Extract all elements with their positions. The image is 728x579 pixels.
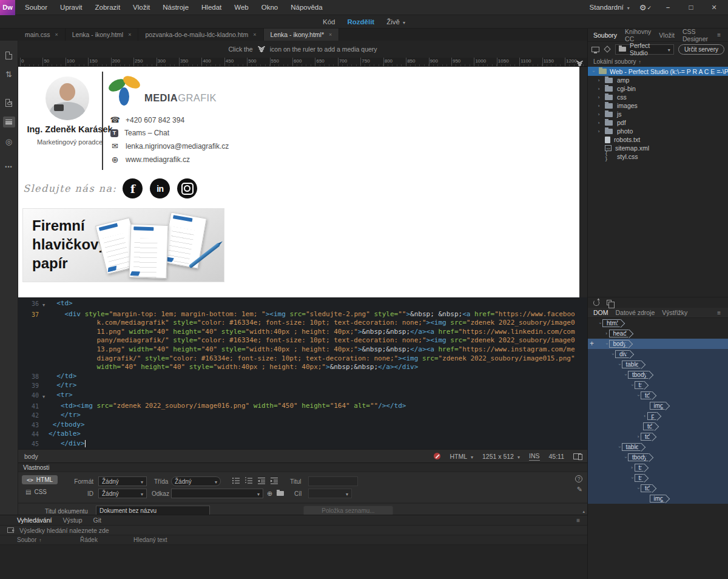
chevron-down-icon[interactable] <box>591 69 596 74</box>
file-tree-item[interactable]: js <box>588 110 728 118</box>
server-view-icon[interactable] <box>592 47 599 52</box>
dom-node[interactable]: table <box>588 442 728 452</box>
dom-node[interactable]: p <box>588 411 728 421</box>
avatar[interactable] <box>46 76 89 120</box>
close-tab-icon[interactable] <box>253 32 256 38</box>
close-tab-icon[interactable] <box>128 32 131 38</box>
dom-tag-flag[interactable]: tr <box>635 464 645 472</box>
search-panel-tab[interactable]: Výstup <box>62 516 82 524</box>
chevron-right-icon[interactable] <box>596 78 601 83</box>
file-tree-item[interactable]: cgi-bin <box>588 84 728 93</box>
sidebar-tab[interactable]: Vložit <box>659 32 675 39</box>
code-line[interactable]: 41 <td><img src="zdenek 2022_soubory/ima… <box>18 402 587 411</box>
chevron-right-icon[interactable] <box>596 120 601 126</box>
dom-tag-flag[interactable]: tbody <box>628 453 649 461</box>
menu-item[interactable]: Nápověda <box>291 4 322 11</box>
code-line[interactable]: 45 </div> <box>18 439 587 449</box>
file-tree-item[interactable]: pdf <box>588 118 728 127</box>
unordered-list-icon[interactable] <box>232 477 240 484</box>
open-documents-icon[interactable] <box>4 50 15 60</box>
code-editor[interactable]: 36▼ <td>37 <div style="margin-top: 1em; … <box>18 297 587 449</box>
sort-arrows-icon[interactable] <box>4 69 15 79</box>
get-put-files-icon[interactable] <box>607 300 612 305</box>
chevron-right-icon[interactable] <box>596 112 601 117</box>
code-line[interactable]: 38 </td> <box>18 372 587 382</box>
split-view-button[interactable]: Rozdělit <box>347 18 374 25</box>
design-view[interactable]: Ing. Zdeněk Karásek Marketingový poradce… <box>18 67 579 297</box>
title-input[interactable] <box>308 476 358 486</box>
file-tree-item[interactable]: photo <box>588 127 728 135</box>
refresh-icon[interactable] <box>593 300 599 306</box>
site-select[interactable]: Perfect Studio <box>615 44 674 55</box>
id-select[interactable]: Žádný <box>98 489 147 498</box>
define-servers-button[interactable]: Určit servery <box>678 44 724 55</box>
dom-tag-flag[interactable]: table <box>622 443 642 451</box>
menu-item[interactable]: Web <box>234 4 248 11</box>
dom-tag-flag[interactable]: table <box>622 361 642 368</box>
dom-tag-flag[interactable]: head <box>609 330 629 337</box>
close-tab-icon[interactable] <box>55 32 58 38</box>
file-tree-item[interactable]: css <box>588 93 728 101</box>
document-tab[interactable]: Lenka - ikony.html* <box>264 29 340 41</box>
file-tree-item[interactable]: robots.txt <box>588 135 728 144</box>
menu-item[interactable]: Nástroje <box>163 4 189 11</box>
dom-tag-flag[interactable]: img <box>650 402 666 410</box>
local-files-header[interactable]: Lokální soubory <box>588 56 728 67</box>
chevron-right-icon[interactable] <box>596 103 601 109</box>
search-panel-tab[interactable]: Git <box>93 516 101 524</box>
document-tab[interactable]: Lenka - ikony.html <box>66 29 139 41</box>
code-fold-icon[interactable]: ▼ <box>39 299 49 310</box>
dom-tag-flag[interactable]: td <box>643 422 655 430</box>
indent-icon[interactable] <box>270 477 278 484</box>
column-file[interactable]: Soubor <box>0 537 80 543</box>
sidebar-tab[interactable]: Soubory <box>593 32 617 39</box>
collapse-panel-icon[interactable] <box>582 509 585 514</box>
dom-tag-flag[interactable]: td <box>641 391 652 399</box>
css-mode-button[interactable]: CSS <box>25 489 47 495</box>
doc-title-input[interactable] <box>96 506 210 515</box>
dom-panel-tab[interactable]: DOM <box>593 309 608 316</box>
dom-add-element-button[interactable]: + <box>590 339 594 348</box>
menu-item[interactable]: Vložit <box>133 4 150 11</box>
social-icon[interactable] <box>150 178 170 198</box>
point-to-file-icon[interactable]: ⊕ <box>267 490 272 498</box>
dom-node[interactable]: html <box>588 318 728 328</box>
ordered-list-icon[interactable] <box>244 477 253 484</box>
dom-tag-flag[interactable]: html <box>602 319 621 327</box>
contact-row[interactable]: +420 607 842 394 <box>110 115 229 124</box>
chevron-right-icon[interactable] <box>642 413 647 419</box>
chevron-right-icon[interactable] <box>596 129 601 134</box>
dom-node[interactable]: td <box>588 421 728 432</box>
format-source-icon[interactable] <box>3 117 15 127</box>
outdent-icon[interactable] <box>257 477 266 484</box>
sidebar-tab[interactable]: CSS Designer <box>682 28 709 42</box>
dom-node[interactable]: head <box>588 328 728 339</box>
inspect-icon[interactable] <box>4 137 15 146</box>
dom-node[interactable]: tr <box>588 473 728 483</box>
browse-folder-icon[interactable] <box>277 491 284 496</box>
code-line[interactable]: 42 </tr> <box>18 411 587 421</box>
class-select[interactable]: Žádný <box>171 476 221 486</box>
dom-node[interactable]: img <box>588 401 728 411</box>
window-size-dropdown[interactable]: 1251 x 512 <box>482 453 520 460</box>
menu-item[interactable]: Zobrazit <box>95 4 121 11</box>
format-select[interactable]: Žádný <box>98 476 147 486</box>
chevron-right-icon[interactable] <box>630 465 635 470</box>
dom-node[interactable]: tr <box>588 380 728 390</box>
file-tree-item[interactable]: amp <box>588 76 728 84</box>
tag-selector[interactable]: body <box>24 453 38 460</box>
site-root-row[interactable]: Web - Perfect Studio (k:\-= P R A C E =-… <box>588 67 728 76</box>
code-view-button[interactable]: Kód <box>323 18 335 25</box>
panel-menu-icon[interactable] <box>717 310 728 316</box>
code-line[interactable]: 44</table> <box>18 430 587 439</box>
code-line[interactable]: 43 </tbody> <box>18 421 587 430</box>
live-code-icon[interactable] <box>4 98 15 107</box>
code-line[interactable]: 39 </tr> <box>18 381 587 391</box>
dom-node[interactable]: td <box>588 483 728 493</box>
more-options-icon[interactable] <box>5 164 12 170</box>
close-button[interactable] <box>707 4 721 12</box>
dom-tag-flag[interactable]: div <box>615 350 630 358</box>
search-panel-tab[interactable]: Vyhledávání <box>17 516 52 524</box>
file-tree-item[interactable]: styl.css <box>588 152 728 161</box>
code-line[interactable]: 40▼ <tr> <box>18 391 587 402</box>
